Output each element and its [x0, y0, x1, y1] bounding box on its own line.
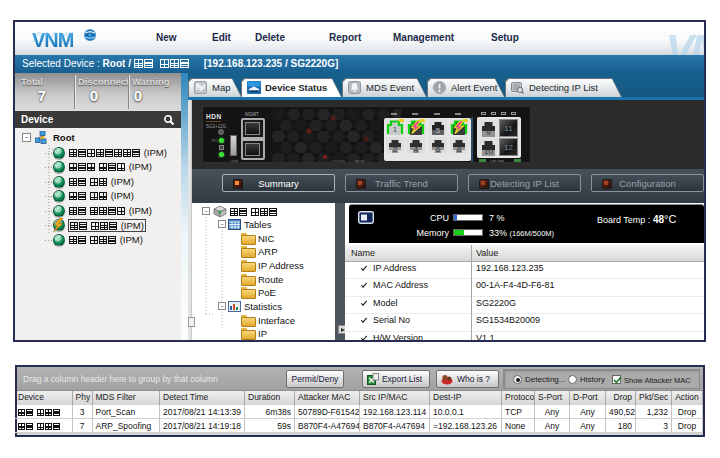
svg-text:4: 4 [414, 145, 419, 153]
svg-text:6: 6 [435, 145, 440, 153]
svg-text:9: 9 [486, 128, 491, 137]
svg-text:8: 8 [457, 145, 462, 153]
svg-text:2: 2 [393, 145, 398, 153]
svg-text:10: 10 [484, 147, 493, 156]
svg-text:1: 1 [393, 125, 398, 134]
svg-text:5: 5 [435, 126, 440, 135]
